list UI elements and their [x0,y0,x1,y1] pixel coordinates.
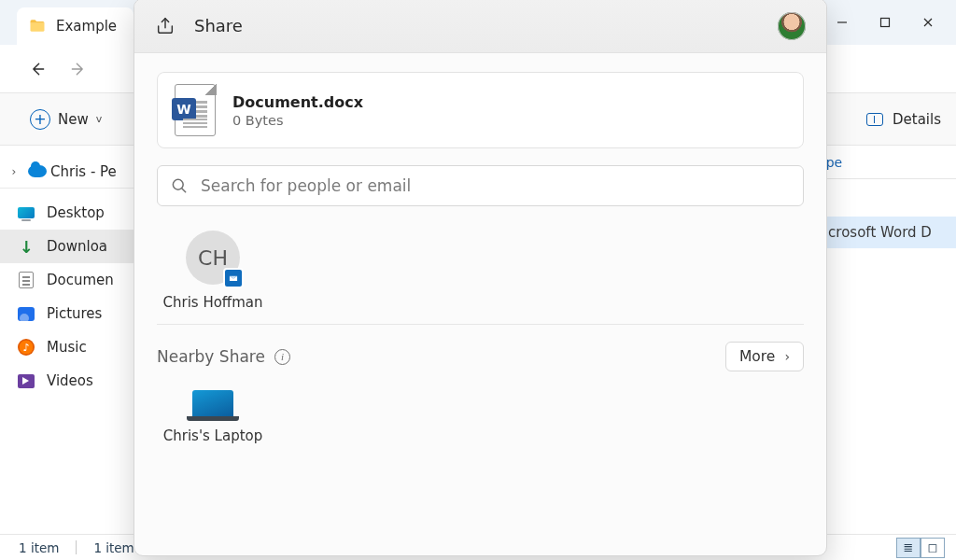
pictures-icon [17,304,35,323]
status-count: 1 item [19,540,59,555]
sidebar-item-label: Music [47,339,87,356]
outlook-badge-icon [223,268,244,288]
sidebar-item-label: Downloa [47,238,107,255]
folder-icon [28,17,47,35]
new-button[interactable]: + New ⅴ [21,103,111,136]
sidebar-item-label: Documen [47,272,114,288]
file-size: 0 Bytes [232,113,363,128]
details-pane-button[interactable]: Details [861,111,947,128]
nearby-device[interactable]: Chris's Laptop [157,390,269,444]
share-header: Share [134,0,826,53]
share-file-card: W Document.docx 0 Bytes [157,72,804,148]
info-icon[interactable]: i [274,349,290,365]
forward-button[interactable] [62,52,95,86]
new-label: New [58,111,89,128]
people-row: CH Chris Hoffman [157,223,804,325]
more-label: More [739,348,775,365]
search-icon [170,176,189,195]
downloads-icon: ↓ [17,237,35,256]
chevron-down-icon: ⅴ [96,113,103,125]
share-title: Share [194,16,243,35]
more-button[interactable]: More › [725,342,804,371]
sidebar-item-label: Chris - Pe [50,163,117,180]
search-input[interactable] [157,165,804,206]
device-name: Chris's Laptop [163,427,263,444]
onedrive-icon [28,162,47,181]
sidebar-item-label: Desktop [47,204,105,221]
desktop-icon [17,203,35,222]
sidebar-item-label: Pictures [47,305,102,322]
chevron-right-icon: › [4,165,24,178]
minimize-button[interactable] [822,7,863,37]
contact-avatar: CH [186,231,240,285]
share-icon [155,16,176,36]
word-badge: W [172,98,196,120]
cell-type: Microsoft Word D [812,224,943,241]
nearby-share-title: Nearby Share [157,347,265,366]
music-icon [17,338,35,357]
file-name: Document.docx [232,93,363,111]
word-doc-icon: W [175,84,216,136]
share-panel: Share W Document.docx 0 Bytes CH [134,0,827,556]
laptop-icon [192,390,233,416]
devices-row: Chris's Laptop [157,388,804,444]
window-tab[interactable]: Example [17,7,134,45]
contact-name: Chris Hoffman [163,294,263,311]
documents-icon [17,271,35,289]
tab-title: Example [56,18,117,35]
window-controls [822,7,949,37]
nearby-share-header: Nearby Share i More › [157,342,804,371]
chevron-right-icon: › [784,349,790,364]
share-contact[interactable]: CH Chris Hoffman [157,231,269,311]
plus-icon: + [30,109,50,130]
contact-initials: CH [198,246,228,270]
share-search [157,165,804,206]
divider [76,540,77,554]
tiles-view-button[interactable]: ◻ [921,538,945,558]
videos-icon [17,371,35,390]
back-button[interactable] [21,52,54,86]
view-toggle: ≣ ◻ [896,538,945,558]
details-view-button[interactable]: ≣ [896,538,921,558]
status-selection: 1 item [93,540,134,555]
svg-rect-0 [881,19,890,27]
details-pane-icon [866,113,883,126]
details-label: Details [893,111,941,128]
maximize-button[interactable] [865,7,906,37]
column-type[interactable]: Type [812,155,943,170]
close-button[interactable] [907,7,949,37]
avatar[interactable] [778,12,806,40]
sidebar-item-label: Videos [47,372,93,389]
